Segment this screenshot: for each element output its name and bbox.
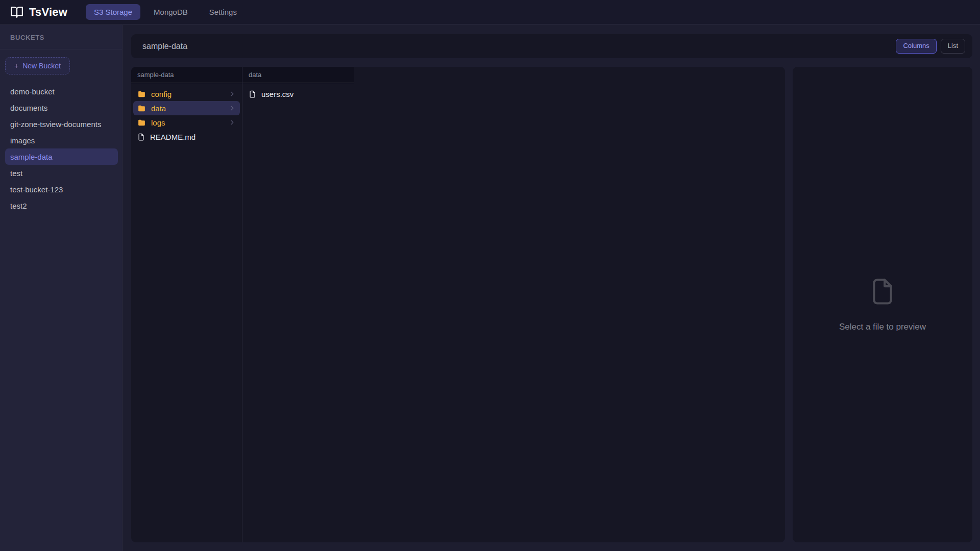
app-title: TsView bbox=[29, 6, 67, 19]
bucket-item-test-bucket-123[interactable]: test-bucket-123 bbox=[5, 181, 118, 197]
folder-icon bbox=[137, 90, 146, 98]
chevron-right-icon bbox=[229, 90, 236, 97]
browser-column-sample-data: sample-data config da bbox=[131, 67, 242, 542]
folder-row-logs[interactable]: logs bbox=[133, 115, 240, 130]
buckets-sidebar: BUCKETS + New Bucket demo-bucket documen… bbox=[0, 25, 122, 551]
file-browser-panel: sample-data config da bbox=[131, 67, 785, 542]
bucket-item-test2[interactable]: test2 bbox=[5, 197, 118, 214]
file-icon bbox=[249, 90, 256, 98]
preview-placeholder: Select a file to preview bbox=[839, 322, 926, 332]
file-icon bbox=[137, 133, 145, 141]
new-bucket-button[interactable]: + New Bucket bbox=[5, 57, 70, 74]
preview-panel: Select a file to preview bbox=[793, 67, 972, 542]
bucket-item-git-zone-tsview-documents[interactable]: git-zone-tsview-documents bbox=[5, 116, 118, 132]
topbar: TsView S3 Storage MongoDB Settings bbox=[0, 0, 980, 24]
buckets-section-title: BUCKETS bbox=[0, 25, 122, 49]
file-row-readme[interactable]: README.md bbox=[133, 130, 240, 144]
column-items: users.csv bbox=[242, 83, 354, 105]
view-toggle: Columns List bbox=[896, 39, 965, 54]
item-name: README.md bbox=[150, 133, 195, 141]
open-book-icon bbox=[10, 6, 23, 19]
tab-settings[interactable]: Settings bbox=[201, 4, 245, 20]
item-name: logs bbox=[151, 118, 165, 127]
folder-row-data[interactable]: data bbox=[133, 101, 240, 115]
top-nav: S3 Storage MongoDB Settings bbox=[86, 4, 245, 20]
bucket-item-sample-data[interactable]: sample-data bbox=[5, 148, 118, 165]
main-header: sample-data Columns List bbox=[131, 34, 972, 58]
folder-icon bbox=[137, 118, 146, 127]
column-items: config data bbox=[131, 83, 242, 147]
folder-row-config[interactable]: config bbox=[133, 87, 240, 101]
bucket-item-demo-bucket[interactable]: demo-bucket bbox=[5, 83, 118, 99]
item-name: users.csv bbox=[261, 90, 293, 98]
bucket-item-documents[interactable]: documents bbox=[5, 99, 118, 116]
tab-s3-storage[interactable]: S3 Storage bbox=[86, 4, 140, 20]
columns-view-button[interactable]: Columns bbox=[896, 39, 936, 54]
chevron-right-icon bbox=[229, 119, 236, 126]
browser-column-data: data users.csv bbox=[242, 67, 354, 542]
plus-icon: + bbox=[14, 62, 18, 70]
tab-mongodb[interactable]: MongoDB bbox=[145, 4, 196, 20]
item-name: config bbox=[151, 90, 172, 98]
column-header: sample-data bbox=[131, 67, 242, 83]
page-title: sample-data bbox=[142, 42, 187, 51]
bucket-item-test[interactable]: test bbox=[5, 165, 118, 181]
list-view-button[interactable]: List bbox=[941, 39, 965, 54]
item-name: data bbox=[151, 104, 166, 113]
file-row-users-csv[interactable]: users.csv bbox=[244, 87, 352, 101]
file-outline-icon bbox=[871, 278, 894, 306]
bucket-list: demo-bucket documents git-zone-tsview-do… bbox=[0, 83, 122, 214]
chevron-right-icon bbox=[229, 105, 236, 112]
folder-icon bbox=[137, 104, 146, 113]
new-bucket-label: New Bucket bbox=[22, 62, 61, 70]
bucket-item-images[interactable]: images bbox=[5, 132, 118, 148]
app-logo: TsView bbox=[10, 6, 67, 19]
column-header: data bbox=[242, 67, 354, 83]
